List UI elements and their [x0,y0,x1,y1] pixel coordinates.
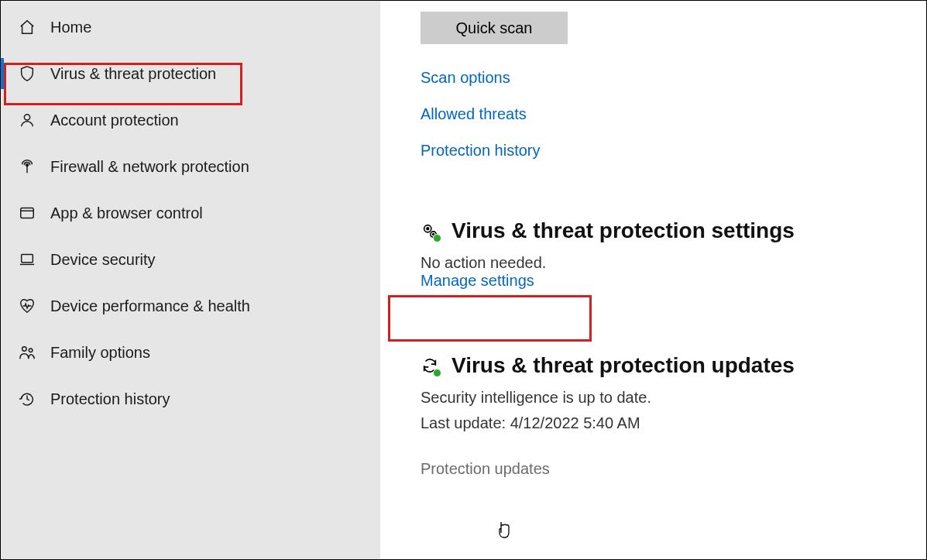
sidebar: Home Virus & threat protection Account p… [1,1,380,559]
sidebar-item-label: Device performance & health [50,297,250,315]
allowed-threats-link[interactable]: Allowed threats [421,105,527,123]
updates-section-header: Virus & threat protection updates [421,353,926,378]
sidebar-item-protection-history[interactable]: Protection history [1,376,380,422]
home-icon [18,18,36,36]
history-icon [18,390,36,408]
svg-point-0 [24,115,29,120]
sidebar-item-label: App & browser control [50,204,203,222]
sidebar-item-device-performance[interactable]: Device performance & health [1,283,380,329]
gear-icon [421,222,439,240]
updates-subtext: Security intelligence is up to date. [421,389,926,407]
sidebar-item-virus-threat[interactable]: Virus & threat protection [1,50,380,97]
sidebar-item-label: Device security [50,251,156,269]
protection-updates-link[interactable]: Protection updates [421,460,550,478]
svg-rect-2 [21,208,34,218]
status-ok-badge [433,234,441,242]
person-icon [18,111,36,129]
settings-section: Virus & threat protection settings No ac… [421,218,926,290]
last-update-label: Last update: [421,414,510,431]
sidebar-item-label: Family options [50,344,150,362]
manage-settings-link[interactable]: Manage settings [421,272,534,289]
last-update-line: Last update: 4/12/2022 5:40 AM [421,414,926,432]
svg-point-4 [22,347,26,352]
protection-history-link[interactable]: Protection history [421,142,541,160]
shield-icon [18,64,36,83]
sidebar-item-home[interactable]: Home [1,4,380,50]
last-update-value: 4/12/2022 5:40 AM [510,414,640,431]
main-content: Quick scan Scan options Allowed threats … [380,1,926,559]
sidebar-item-firewall[interactable]: Firewall & network protection [1,143,380,190]
laptop-icon [18,250,36,269]
svg-point-7 [427,228,429,230]
sidebar-item-label: Protection history [50,390,170,408]
heartbeat-icon [18,297,36,315]
settings-section-header: Virus & threat protection settings [421,218,926,243]
sidebar-item-label: Account protection [50,112,179,129]
sidebar-item-account[interactable]: Account protection [1,97,380,143]
scan-link-list: Scan options Allowed threats Protection … [421,69,926,160]
status-ok-badge [433,369,441,377]
settings-title: Virus & threat protection settings [451,218,795,243]
sidebar-item-label: Firewall & network protection [50,158,249,176]
sidebar-item-app-browser[interactable]: App & browser control [1,190,380,236]
sidebar-item-label: Home [50,19,91,36]
quick-scan-button[interactable]: Quick scan [421,12,568,44]
svg-rect-3 [22,255,33,263]
svg-point-5 [29,349,33,352]
refresh-icon [421,356,439,375]
scan-options-link[interactable]: Scan options [421,69,510,87]
sidebar-item-label: Virus & threat protection [50,65,216,83]
updates-section: Virus & threat protection updates Securi… [421,353,926,478]
window-icon [18,204,36,222]
settings-subtext: No action needed. [421,254,926,272]
updates-title: Virus & threat protection updates [451,353,795,378]
antenna-icon [18,157,36,176]
sidebar-item-device-security[interactable]: Device security [1,236,380,283]
family-icon [18,343,36,362]
sidebar-item-family[interactable]: Family options [1,329,380,376]
svg-point-1 [26,164,29,167]
